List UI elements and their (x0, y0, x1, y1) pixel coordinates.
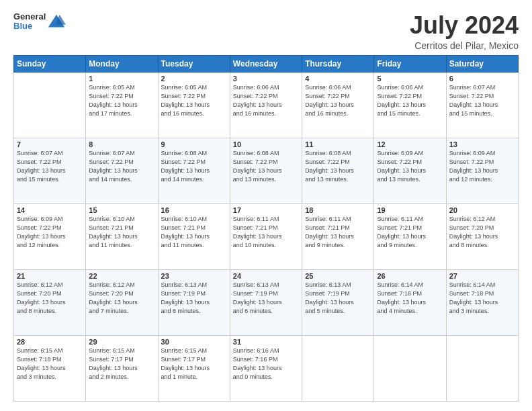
logo-text: General Blue (13, 12, 46, 32)
day-number: 31 (233, 338, 299, 346)
calendar-day-cell: 14Sunrise: 6:09 AM Sunset: 7:22 PM Dayli… (14, 203, 86, 269)
day-number: 8 (89, 140, 154, 148)
day-number: 23 (161, 272, 227, 280)
day-info: Sunrise: 6:15 AM Sunset: 7:17 PM Dayligh… (161, 347, 227, 381)
day-number: 30 (161, 338, 227, 346)
day-number: 13 (449, 140, 515, 148)
calendar-day-cell: 16Sunrise: 6:10 AM Sunset: 7:21 PM Dayli… (158, 203, 230, 269)
day-number: 3 (233, 75, 299, 83)
calendar-day-cell: 10Sunrise: 6:08 AM Sunset: 7:22 PM Dayli… (230, 138, 302, 203)
day-number: 27 (449, 272, 515, 280)
title-block: July 2024 Cerritos del Pilar, Mexico (410, 12, 519, 51)
day-info: Sunrise: 6:07 AM Sunset: 7:22 PM Dayligh… (449, 83, 515, 118)
day-info: Sunrise: 6:07 AM Sunset: 7:22 PM Dayligh… (17, 149, 83, 184)
day-info: Sunrise: 6:11 AM Sunset: 7:21 PM Dayligh… (377, 215, 443, 250)
logo-icon (47, 12, 66, 31)
day-info: Sunrise: 6:06 AM Sunset: 7:22 PM Dayligh… (233, 83, 299, 118)
day-number: 12 (377, 140, 443, 148)
calendar-week-row: 21Sunrise: 6:12 AM Sunset: 7:20 PM Dayli… (14, 269, 519, 335)
day-number: 6 (449, 75, 515, 83)
day-number: 26 (377, 272, 443, 280)
header: General Blue July 2024 Cerritos del Pila… (13, 12, 519, 51)
calendar-header-cell: Thursday (302, 55, 374, 72)
calendar-day-cell (302, 335, 374, 401)
day-info: Sunrise: 6:10 AM Sunset: 7:21 PM Dayligh… (89, 215, 154, 250)
day-info: Sunrise: 6:15 AM Sunset: 7:17 PM Dayligh… (89, 347, 154, 381)
day-number: 10 (233, 140, 299, 148)
calendar-day-cell: 15Sunrise: 6:10 AM Sunset: 7:21 PM Dayli… (86, 203, 158, 269)
page: General Blue July 2024 Cerritos del Pila… (0, 0, 532, 411)
day-number: 17 (233, 206, 299, 214)
calendar-day-cell: 24Sunrise: 6:13 AM Sunset: 7:19 PM Dayli… (230, 269, 302, 335)
day-info: Sunrise: 6:09 AM Sunset: 7:22 PM Dayligh… (377, 149, 443, 184)
calendar-table: SundayMondayTuesdayWednesdayThursdayFrid… (13, 55, 519, 402)
day-info: Sunrise: 6:06 AM Sunset: 7:22 PM Dayligh… (305, 83, 371, 118)
day-info: Sunrise: 6:08 AM Sunset: 7:22 PM Dayligh… (161, 149, 227, 184)
day-info: Sunrise: 6:06 AM Sunset: 7:22 PM Dayligh… (377, 83, 443, 118)
day-number: 19 (377, 206, 443, 214)
calendar-day-cell: 27Sunrise: 6:14 AM Sunset: 7:18 PM Dayli… (446, 269, 518, 335)
day-number: 22 (89, 272, 154, 280)
day-info: Sunrise: 6:12 AM Sunset: 7:20 PM Dayligh… (89, 281, 154, 316)
calendar-day-cell: 17Sunrise: 6:11 AM Sunset: 7:21 PM Dayli… (230, 203, 302, 269)
calendar-day-cell: 28Sunrise: 6:15 AM Sunset: 7:18 PM Dayli… (14, 335, 86, 401)
day-info: Sunrise: 6:16 AM Sunset: 7:16 PM Dayligh… (233, 347, 299, 381)
calendar-day-cell: 6Sunrise: 6:07 AM Sunset: 7:22 PM Daylig… (446, 72, 518, 138)
calendar-day-cell: 4Sunrise: 6:06 AM Sunset: 7:22 PM Daylig… (302, 72, 374, 138)
subtitle: Cerritos del Pilar, Mexico (410, 40, 519, 51)
day-number: 14 (17, 206, 83, 214)
calendar-day-cell: 12Sunrise: 6:09 AM Sunset: 7:22 PM Dayli… (374, 138, 446, 203)
calendar-day-cell: 20Sunrise: 6:12 AM Sunset: 7:20 PM Dayli… (446, 203, 518, 269)
calendar-day-cell: 2Sunrise: 6:05 AM Sunset: 7:22 PM Daylig… (158, 72, 230, 138)
calendar-day-cell: 11Sunrise: 6:08 AM Sunset: 7:22 PM Dayli… (302, 138, 374, 203)
calendar-day-cell (374, 335, 446, 401)
calendar-day-cell (14, 72, 86, 138)
day-info: Sunrise: 6:07 AM Sunset: 7:22 PM Dayligh… (89, 149, 154, 184)
day-number: 25 (305, 272, 371, 280)
logo: General Blue (13, 12, 66, 32)
calendar-week-row: 14Sunrise: 6:09 AM Sunset: 7:22 PM Dayli… (14, 203, 519, 269)
day-info: Sunrise: 6:10 AM Sunset: 7:21 PM Dayligh… (161, 215, 227, 250)
day-info: Sunrise: 6:13 AM Sunset: 7:19 PM Dayligh… (233, 281, 299, 316)
day-info: Sunrise: 6:12 AM Sunset: 7:20 PM Dayligh… (17, 281, 83, 316)
day-info: Sunrise: 6:13 AM Sunset: 7:19 PM Dayligh… (305, 281, 371, 316)
calendar-day-cell: 31Sunrise: 6:16 AM Sunset: 7:16 PM Dayli… (230, 335, 302, 401)
calendar-header-row: SundayMondayTuesdayWednesdayThursdayFrid… (14, 55, 519, 72)
calendar-header-cell: Saturday (446, 55, 518, 72)
calendar-day-cell: 7Sunrise: 6:07 AM Sunset: 7:22 PM Daylig… (14, 138, 86, 203)
calendar-day-cell: 18Sunrise: 6:11 AM Sunset: 7:21 PM Dayli… (302, 203, 374, 269)
day-info: Sunrise: 6:11 AM Sunset: 7:21 PM Dayligh… (305, 215, 371, 250)
day-info: Sunrise: 6:09 AM Sunset: 7:22 PM Dayligh… (449, 149, 515, 184)
day-number: 11 (305, 140, 371, 148)
day-number: 28 (17, 338, 83, 346)
calendar-header-cell: Wednesday (230, 55, 302, 72)
day-number: 1 (89, 75, 154, 83)
day-info: Sunrise: 6:14 AM Sunset: 7:18 PM Dayligh… (449, 281, 515, 316)
day-number: 4 (305, 75, 371, 83)
calendar-day-cell: 1Sunrise: 6:05 AM Sunset: 7:22 PM Daylig… (86, 72, 158, 138)
calendar-day-cell: 21Sunrise: 6:12 AM Sunset: 7:20 PM Dayli… (14, 269, 86, 335)
calendar-day-cell: 30Sunrise: 6:15 AM Sunset: 7:17 PM Dayli… (158, 335, 230, 401)
day-number: 16 (161, 206, 227, 214)
day-number: 18 (305, 206, 371, 214)
calendar-day-cell (446, 335, 518, 401)
calendar-day-cell: 19Sunrise: 6:11 AM Sunset: 7:21 PM Dayli… (374, 203, 446, 269)
day-number: 7 (17, 140, 83, 148)
day-info: Sunrise: 6:08 AM Sunset: 7:22 PM Dayligh… (305, 149, 371, 184)
calendar-day-cell: 3Sunrise: 6:06 AM Sunset: 7:22 PM Daylig… (230, 72, 302, 138)
calendar-header-cell: Tuesday (158, 55, 230, 72)
calendar-day-cell: 23Sunrise: 6:13 AM Sunset: 7:19 PM Dayli… (158, 269, 230, 335)
calendar-header-cell: Monday (86, 55, 158, 72)
calendar-day-cell: 26Sunrise: 6:14 AM Sunset: 7:18 PM Dayli… (374, 269, 446, 335)
day-info: Sunrise: 6:12 AM Sunset: 7:20 PM Dayligh… (449, 215, 515, 250)
calendar-week-row: 1Sunrise: 6:05 AM Sunset: 7:22 PM Daylig… (14, 72, 519, 138)
day-number: 5 (377, 75, 443, 83)
calendar-week-row: 28Sunrise: 6:15 AM Sunset: 7:18 PM Dayli… (14, 335, 519, 401)
day-info: Sunrise: 6:05 AM Sunset: 7:22 PM Dayligh… (89, 83, 154, 118)
day-number: 20 (449, 206, 515, 214)
calendar-day-cell: 8Sunrise: 6:07 AM Sunset: 7:22 PM Daylig… (86, 138, 158, 203)
day-info: Sunrise: 6:14 AM Sunset: 7:18 PM Dayligh… (377, 281, 443, 316)
day-number: 21 (17, 272, 83, 280)
day-info: Sunrise: 6:05 AM Sunset: 7:22 PM Dayligh… (161, 83, 227, 118)
calendar-header-cell: Friday (374, 55, 446, 72)
